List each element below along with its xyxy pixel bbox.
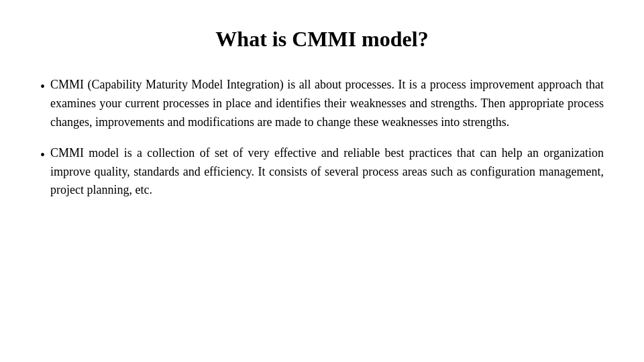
slide-title: What is CMMI model? — [40, 27, 604, 52]
bullet-item-1: • CMMI (Capability Maturity Model Integr… — [40, 76, 604, 132]
bullet-text-2: CMMI model is a collection of set of ver… — [50, 144, 604, 200]
bullet-text-1: CMMI (Capability Maturity Model Integrat… — [50, 76, 604, 132]
bullet-dot-2: • — [40, 145, 45, 165]
bullet-dot-1: • — [40, 76, 45, 97]
bullet-item-2: • CMMI model is a collection of set of v… — [40, 144, 604, 200]
content-area: • CMMI (Capability Maturity Model Integr… — [40, 76, 604, 200]
slide: What is CMMI model? • CMMI (Capability M… — [0, 0, 644, 362]
title-container: What is CMMI model? — [40, 27, 604, 52]
